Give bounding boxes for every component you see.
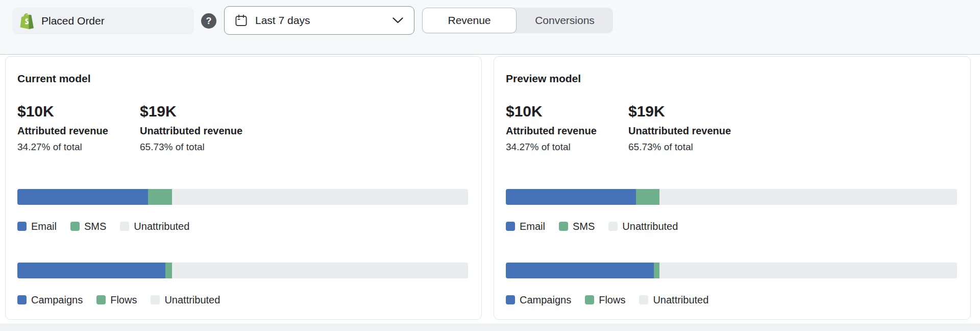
metric-selector-chip[interactable]: Placed Order — [12, 8, 194, 34]
stat-unattributed-revenue: $19K Unattributed revenue 65.73% of tota… — [628, 103, 751, 153]
bar-segment-campaigns — [506, 263, 654, 278]
legend-item-flows: Flows — [96, 294, 137, 306]
bar-segment-sms — [148, 189, 172, 205]
legend-label: Email — [31, 220, 57, 232]
stat-label: Unattributed revenue — [628, 124, 751, 137]
date-range-value: Last 7 days — [255, 14, 310, 27]
legend-item-unattributed: Unattributed — [151, 294, 220, 306]
legend-item-email: Email — [506, 220, 545, 232]
bar-segment-unattributed — [172, 189, 468, 205]
legend-item-unattributed: Unattributed — [608, 220, 678, 232]
bar-segment-email — [506, 189, 636, 205]
legend-swatch-unattributed — [639, 295, 648, 304]
stats-row: $10K Attributed revenue 34.27% of total … — [17, 103, 468, 153]
legend-item-sms: SMS — [559, 220, 595, 232]
stats-row: $10K Attributed revenue 34.27% of total … — [506, 103, 957, 153]
legend-swatch-flows — [585, 295, 594, 304]
stat-percent-of-total: 65.73% of total — [140, 141, 262, 153]
toggle-option-conversions[interactable]: Conversions — [517, 8, 613, 33]
stacked-bar — [506, 263, 957, 278]
stat-percent-of-total: 34.27% of total — [506, 141, 628, 153]
bar-segment-flows — [654, 263, 659, 278]
view-toggle: Revenue Conversions — [422, 8, 613, 33]
attribution-chart: CampaignsFlowsUnattributed — [17, 263, 468, 306]
date-range-dropdown[interactable]: Last 7 days — [224, 6, 414, 35]
chevron-down-icon — [392, 17, 404, 24]
stat-attributed-revenue: $10K Attributed revenue 34.27% of total — [17, 103, 140, 153]
model-card-current-model: Current model $10K Attributed revenue 34… — [5, 56, 482, 320]
legend-swatch-unattributed — [608, 222, 618, 231]
legend-swatch-campaigns — [506, 295, 515, 304]
chart-legend: CampaignsFlowsUnattributed — [506, 294, 957, 306]
card-title: Current model — [17, 72, 468, 85]
bar-segment-unattributed — [659, 189, 957, 205]
bottom-section-edge — [0, 323, 980, 331]
stat-value: $19K — [140, 103, 262, 120]
legend-swatch-campaigns — [17, 295, 27, 304]
stat-label: Unattributed revenue — [140, 124, 262, 137]
stat-label: Attributed revenue — [17, 124, 140, 137]
bar-segment-unattributed — [659, 263, 957, 278]
legend-swatch-flows — [96, 295, 106, 304]
toolbar: Placed Order ? Last 7 days Revenue Conve… — [0, 0, 980, 55]
stat-label: Attributed revenue — [506, 124, 628, 137]
legend-label: Campaigns — [31, 294, 83, 306]
stat-value: $19K — [628, 103, 751, 120]
calendar-icon — [234, 14, 248, 28]
bar-segment-email — [17, 189, 148, 205]
stat-value: $10K — [506, 103, 628, 120]
legend-label: Unattributed — [134, 220, 189, 232]
legend-swatch-sms — [70, 222, 80, 231]
metric-chip-label: Placed Order — [41, 15, 105, 27]
chart-legend: CampaignsFlowsUnattributed — [17, 294, 468, 306]
stat-percent-of-total: 34.27% of total — [17, 141, 140, 153]
stacked-bar — [506, 189, 957, 205]
legend-label: Campaigns — [520, 294, 571, 306]
model-card-preview-model: Preview model $10K Attributed revenue 34… — [494, 56, 971, 320]
legend-item-flows: Flows — [585, 294, 625, 306]
legend-item-email: Email — [17, 220, 57, 232]
help-icon[interactable]: ? — [201, 13, 216, 29]
bar-segment-sms — [636, 189, 659, 205]
stat-value: $10K — [17, 103, 140, 120]
legend-item-campaigns: Campaigns — [506, 294, 571, 306]
stat-attributed-revenue: $10K Attributed revenue 34.27% of total — [506, 103, 628, 153]
bar-segment-flows — [165, 263, 172, 278]
legend-label: Flows — [110, 294, 137, 306]
bar-segment-campaigns — [17, 263, 165, 278]
legend-label: Unattributed — [622, 220, 678, 232]
legend-label: Unattributed — [164, 294, 220, 306]
chart-legend: EmailSMSUnattributed — [506, 220, 957, 232]
legend-swatch-unattributed — [120, 222, 129, 231]
legend-item-unattributed: Unattributed — [120, 220, 189, 232]
stacked-bar — [17, 189, 468, 205]
stat-percent-of-total: 65.73% of total — [628, 141, 751, 153]
legend-label: Unattributed — [653, 294, 708, 306]
attribution-chart: CampaignsFlowsUnattributed — [506, 263, 957, 306]
stacked-bar — [17, 263, 468, 278]
chart-legend: EmailSMSUnattributed — [17, 220, 468, 232]
legend-swatch-email — [506, 222, 515, 231]
legend-label: SMS — [84, 220, 106, 232]
model-comparison-area: Current model $10K Attributed revenue 34… — [0, 56, 980, 320]
legend-item-unattributed: Unattributed — [639, 294, 708, 306]
bar-segment-unattributed — [172, 263, 468, 278]
attribution-chart: EmailSMSUnattributed — [506, 189, 957, 232]
stat-unattributed-revenue: $19K Unattributed revenue 65.73% of tota… — [140, 103, 262, 153]
legend-item-sms: SMS — [70, 220, 106, 232]
legend-label: Email — [520, 220, 545, 232]
shopify-icon — [19, 13, 35, 30]
legend-swatch-sms — [559, 222, 568, 231]
card-title: Preview model — [506, 72, 957, 85]
legend-swatch-unattributed — [151, 295, 160, 304]
legend-label: Flows — [599, 294, 625, 306]
legend-label: SMS — [573, 220, 595, 232]
toggle-option-revenue[interactable]: Revenue — [422, 8, 517, 33]
attribution-chart: EmailSMSUnattributed — [17, 189, 468, 232]
legend-item-campaigns: Campaigns — [17, 294, 83, 306]
legend-swatch-email — [17, 222, 27, 231]
